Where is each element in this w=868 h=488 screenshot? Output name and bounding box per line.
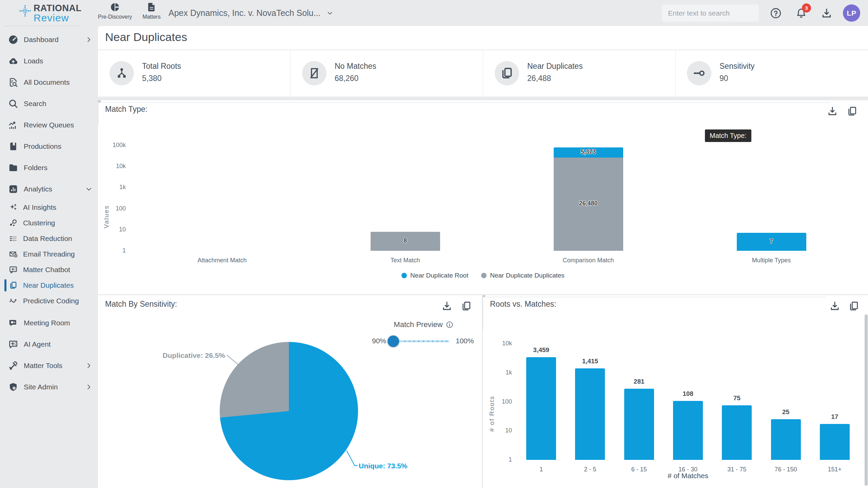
x-tick-mark [98,107,98,111]
slider-dot [437,341,438,342]
legend-item-near-duplicate-duplicates[interactable]: Near Duplicate Duplicates [481,272,565,279]
sidebar-item-label: Predictive Coding [23,297,93,305]
sidebar-item-search[interactable]: Search [0,93,98,114]
sidebar-item-folders[interactable]: Folders [0,157,98,178]
predictive-coding-icon [9,297,18,305]
x-axis-line [483,297,825,297]
sidebar-item-matter-chatbot[interactable]: Matter Chatbot [0,262,98,278]
bar-comparison-match-near-duplicate-root[interactable]: 5,373 [554,147,623,158]
bar-value-label: 7 [737,238,806,245]
bar-multiple-types-near-duplicate-root[interactable]: 7 [737,233,806,251]
site-admin-icon [8,382,18,392]
x-tick-mark [483,297,483,301]
stats-cards-row: Total Roots5,380No Matches68,260Near Dup… [98,50,868,97]
sidebar-item-clustering[interactable]: Clustering [0,215,98,231]
user-avatar[interactable]: LP [843,4,860,22]
nav-pre-discovery[interactable]: Pre-Discovery [100,2,130,20]
bar-31-75-roots[interactable] [722,405,752,460]
bar-16-30-roots[interactable] [673,401,703,460]
header-download-button[interactable] [819,6,834,21]
sidebar-item-matter-tools[interactable]: Matter Tools [0,355,98,376]
matter-chatbot-icon [9,265,18,274]
sidebar-item-label: Site Admin [24,383,85,391]
bar-comparison-match-near-duplicate-duplicates[interactable]: 26,480 [554,158,623,251]
bar-2-5-roots[interactable] [575,368,605,460]
match-type-chart: 100k10k1k100101Attachment MatchText Matc… [98,100,868,294]
sidebar-item-data-reduction[interactable]: Data Reduction [0,231,98,246]
stat-card-no-matches: No Matches68,260 [291,50,483,97]
review-queues-icon [8,120,18,130]
bar-76-150-roots[interactable] [771,419,801,460]
sensitivity-slider-handle[interactable] [388,336,399,347]
scrollbar-thumb[interactable] [865,314,868,486]
nav-matters[interactable]: Matters [137,2,166,20]
slider-dot [413,341,415,342]
sidebar-item-label: All Documents [24,78,93,86]
x-tick-mark [98,116,98,120]
sidebar-item-all-documents[interactable]: All Documents [0,72,98,93]
x-category-label: 151+ [810,466,859,473]
search-input[interactable] [662,4,759,22]
sidebar-item-label: Meeting Room [24,319,93,327]
x-axis-line [98,102,830,103]
bar-151-roots[interactable] [820,424,850,460]
matter-dropdown[interactable]: Apex Dynamics, Inc. v. NovaTech Solu... [169,0,333,26]
dashboard-icon [8,35,18,45]
x-tick-mark [483,322,483,326]
sidebar-item-analytics[interactable]: Analytics [0,178,98,200]
legend-dot [481,273,487,278]
sidebar-item-productions[interactable]: Productions [0,136,98,157]
bar-value-label: 1,415 [563,358,617,365]
sensitivity-pie-chart[interactable] [220,342,358,480]
stat-text: Sensitivity90 [719,62,755,83]
sidebar-item-email-threading[interactable]: Email Threading [0,246,98,262]
chevron-right-icon [85,383,93,391]
match-by-sensitivity-title: Match By Sensitivity: [105,300,177,309]
stat-card-near-duplicates: Near Duplicates26,488 [483,50,676,97]
slider-dot [446,341,447,342]
notifications-button[interactable]: 3 [794,6,809,21]
y-tick-label: 10 [483,427,512,434]
help-button[interactable] [768,6,783,21]
sensitivity-slider-track[interactable] [393,340,449,342]
stat-label: Total Roots [142,62,181,71]
y-tick-label: 1k [483,369,512,376]
sidebar-item-ai-agent[interactable]: AI Agent [0,333,98,355]
sidebar-item-label: Search [24,100,93,108]
match-type-panel: Match Type: Match Type: Values 100k10k1k… [98,100,868,294]
stat-value: 90 [719,74,755,83]
no-matches-icon [308,66,321,80]
sidebar-item-site-admin[interactable]: Site Admin [0,376,98,398]
sidebar-item-ai-insights[interactable]: AI Insights [0,200,98,215]
sidebar-item-near-duplicates[interactable]: Near Duplicates [0,278,98,293]
bar-value-label: 5,373 [554,148,623,156]
sidebar-item-meeting-room[interactable]: Meeting Room [0,312,98,333]
bar-text-match-near-duplicate-duplicates[interactable]: 8 [371,232,440,251]
sidebar-item-label: Productions [24,142,93,150]
bar-1-roots[interactable] [526,357,556,460]
logo-text-review: Review [34,12,69,24]
sensitivity-download-button[interactable] [440,299,454,313]
chevron-right-icon [85,362,93,369]
sidebar-item-label: Analytics [24,185,85,193]
sidebar-item-review-queues[interactable]: Review Queues [0,114,98,136]
info-icon[interactable] [446,321,453,328]
logo-plus-icon [19,4,32,17]
sidebar-item-label: Folders [24,164,93,172]
copy-icon [461,301,472,311]
download-icon [821,7,832,19]
app-logo[interactable]: RATIONAL Review [19,2,90,24]
sidebar-item-predictive-coding[interactable]: Predictive Coding [0,293,98,309]
legend-item-near-duplicate-root[interactable]: Near Duplicate Root [401,272,468,279]
stat-card-sensitivity: Sensitivity90 [675,50,868,97]
bar-6-15-roots[interactable] [624,389,654,460]
sidebar-item-dashboard[interactable]: Dashboard [0,29,98,50]
sensitivity-key-icon [692,66,706,80]
stat-label: Sensitivity [719,62,755,71]
sidebar-item-loads[interactable]: Loads [0,50,98,72]
sidebar-item-label: Near Duplicates [23,281,93,289]
pie-label-duplicative: Duplicative: 26.5% [152,351,225,360]
y-tick-label: 10 [98,226,126,233]
sensitivity-copy-button[interactable] [459,299,473,313]
x-tick-mark [483,301,483,305]
